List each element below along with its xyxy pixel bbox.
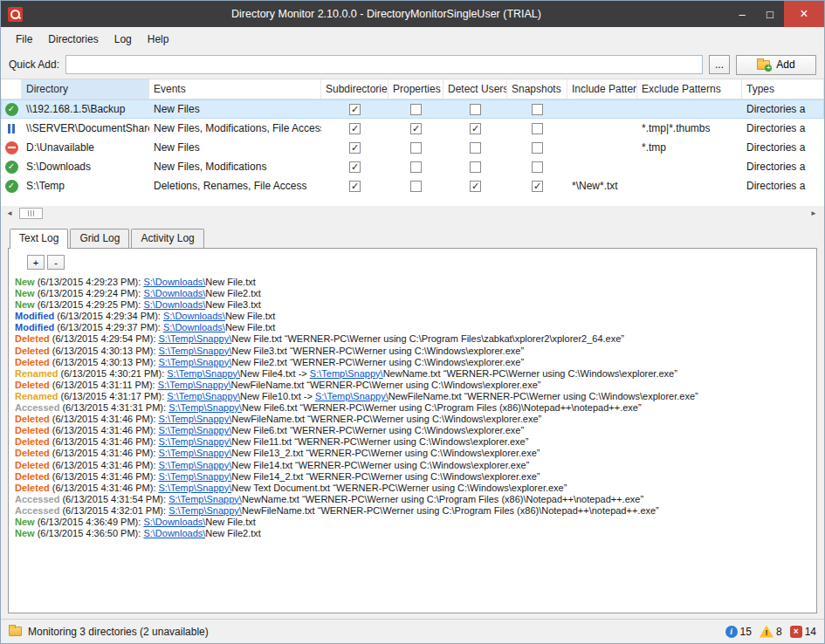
log-directory-link[interactable]: S:\Temp\Snappy\ [159, 448, 232, 458]
detect-users-checkbox[interactable]: ✓ [470, 181, 481, 192]
tab-activity-log[interactable]: Activity Log [131, 229, 203, 248]
log-directory-link[interactable]: S:\Temp\Snappy\ [168, 402, 242, 413]
detect-users-checkbox[interactable] [470, 161, 481, 173]
detect-users-checkbox[interactable] [470, 104, 481, 115]
properties-checkbox[interactable] [410, 142, 422, 154]
column-header-detect-users[interactable]: Detect Users [443, 79, 507, 99]
menu-bar: FileDirectoriesLogHelp [1, 27, 824, 51]
detect-users-checkbox[interactable]: ✓ [470, 123, 481, 134]
status-bar: Monitoring 3 directories (2 unavailable)… [1, 619, 824, 643]
column-header-subdirectories[interactable]: Subdirectories [321, 79, 388, 99]
log-directory-link[interactable]: S:\Downloads\ [163, 322, 225, 332]
browse-button[interactable]: ... [709, 55, 730, 74]
tab-text-log[interactable]: Text Log [10, 229, 68, 249]
close-button[interactable]: × [784, 1, 824, 27]
info-icon[interactable]: i [725, 626, 738, 638]
snapshots-checkbox[interactable] [532, 123, 543, 134]
snapshots-checkbox[interactable] [532, 161, 543, 173]
title-bar: Directory Monitor 2.10.0.0 - DirectoryMo… [1, 1, 824, 27]
log-directory-link[interactable]: S:\Downloads\ [143, 277, 205, 287]
log-directory-link[interactable]: S:\Temp\Snappy\ [159, 436, 232, 447]
font-increase-button[interactable]: + [27, 255, 45, 270]
log-directory-link[interactable]: S:\Temp\Snappy\ [159, 414, 232, 424]
subdirectories-checkbox[interactable]: ✓ [349, 181, 361, 192]
log-directory-link[interactable]: S:\Temp\Snappy\ [159, 346, 232, 356]
types-cell: Directories a [742, 180, 824, 192]
log-directory-link[interactable]: S:\Downloads\ [143, 528, 205, 538]
log-directory-link[interactable]: S:\Downloads\ [143, 288, 205, 298]
error-icon[interactable]: × [790, 626, 802, 638]
table-row[interactable]: \\SERVER\DocumentShareNew Files, Modific… [1, 119, 824, 138]
column-header-include-patterns[interactable]: Include Patterns [567, 79, 637, 99]
log-directory-link[interactable]: S:\Temp\Snappy\ [158, 380, 231, 390]
log-directory-link[interactable]: S:\Temp\Snappy\ [168, 494, 242, 504]
log-action-label: Deleted [15, 460, 50, 470]
log-directory-link[interactable]: S:\Temp\Snappy\ [159, 471, 232, 482]
properties-checkbox[interactable] [410, 161, 422, 173]
menu-item-log[interactable]: Log [107, 29, 140, 50]
column-header-snapshots[interactable]: Snapshots [507, 79, 567, 99]
warning-icon[interactable]: ! [760, 626, 773, 638]
horizontal-scrollbar[interactable]: ◄ ► [1, 206, 824, 221]
log-directory-link[interactable]: S:\Temp\Snappy\ [168, 505, 242, 516]
unavailable-status-icon [5, 141, 18, 154]
table-row[interactable]: ✓S:\TempDeletions, Renames, File Access✓… [1, 176, 824, 195]
quick-add-input[interactable] [65, 55, 703, 74]
log-directory-link[interactable]: S:\Downloads\ [143, 299, 205, 310]
table-row[interactable]: ✓\\192.168.1.5\BackupNew Files✓Directori… [1, 99, 824, 119]
tab-grid-log[interactable]: Grid Log [70, 229, 129, 248]
properties-checkbox[interactable] [410, 104, 422, 115]
table-row[interactable]: D:\UnavailableNew Files✓*.tmpDirectories… [1, 138, 824, 157]
column-header-types[interactable]: Types [742, 79, 824, 99]
menu-item-help[interactable]: Help [140, 29, 177, 50]
scroll-left-arrow-icon[interactable]: ◄ [3, 209, 17, 217]
log-entry: Accessed (6/13/2015 4:32:01 PM): S:\Temp… [15, 505, 810, 517]
font-decrease-button[interactable]: - [47, 255, 65, 270]
snapshots-checkbox[interactable] [532, 142, 543, 154]
column-header-status[interactable] [1, 79, 22, 99]
menu-item-file[interactable]: File [8, 29, 40, 50]
log-entry: Renamed (6/13/2015 4:31:17 PM): S:\Temp\… [15, 391, 810, 402]
exclude-patterns-cell: *.tmp [637, 141, 742, 154]
subdirectories-cell: ✓ [321, 161, 388, 173]
column-header-exclude-patterns[interactable]: Exclude Patterns [637, 79, 742, 99]
log-directory-link[interactable]: S:\Temp\Snappy\ [315, 391, 388, 401]
log-directory-link[interactable]: S:\Temp\Snappy\ [159, 460, 232, 470]
log-directory-link[interactable]: S:\Temp\Snappy\ [159, 357, 232, 367]
column-header-events[interactable]: Events [149, 79, 321, 99]
properties-checkbox[interactable]: ✓ [410, 123, 422, 134]
active-status-icon: ✓ [5, 103, 18, 116]
column-header-directory[interactable]: Directory [22, 79, 149, 99]
maximize-button[interactable]: □ [756, 1, 784, 27]
scroll-right-arrow-icon[interactable]: ► [807, 209, 821, 217]
log-directory-link[interactable]: S:\Temp\Snappy\ [159, 425, 232, 435]
table-row[interactable]: ✓S:\DownloadsNew Files, Modifications✓Di… [1, 157, 824, 176]
subdirectories-checkbox[interactable]: ✓ [349, 104, 361, 115]
log-directory-link[interactable]: S:\Temp\Snappy\ [167, 368, 240, 379]
events-cell: Deletions, Renames, File Access [149, 180, 321, 192]
status-cell [1, 141, 22, 154]
column-header-properties[interactable]: Properties [388, 79, 443, 99]
paused-status-icon [8, 124, 15, 134]
log-directory-link[interactable]: S:\Downloads\ [163, 311, 225, 321]
subdirectories-checkbox[interactable]: ✓ [349, 161, 361, 173]
log-directory-link[interactable]: S:\Temp\Snappy\ [159, 483, 232, 493]
snapshots-checkbox[interactable]: ✓ [532, 181, 543, 192]
detect-users-checkbox[interactable] [470, 142, 481, 154]
snapshots-checkbox[interactable] [532, 104, 543, 115]
log-directory-link[interactable]: S:\Temp\Snappy\ [159, 333, 232, 344]
log-entry: Modified (6/13/2015 4:29:37 PM): S:\Down… [15, 322, 810, 333]
log-entry: New (6/13/2015 4:29:24 PM): S:\Downloads… [15, 288, 810, 299]
log-directory-link[interactable]: S:\Downloads\ [143, 517, 205, 527]
menu-item-directories[interactable]: Directories [40, 29, 106, 50]
log-entry: New (6/13/2015 4:29:23 PM): S:\Downloads… [15, 277, 810, 288]
add-directory-button[interactable]: + Add [736, 55, 816, 75]
subdirectories-checkbox[interactable]: ✓ [349, 123, 361, 134]
minimize-button[interactable]: – [728, 1, 756, 27]
log-directory-link[interactable]: S:\Temp\Snappy\ [310, 368, 383, 379]
properties-checkbox[interactable] [410, 181, 422, 192]
events-cell: New Files [149, 141, 321, 154]
subdirectories-checkbox[interactable]: ✓ [349, 142, 361, 154]
scrollbar-thumb[interactable] [19, 208, 43, 219]
log-directory-link[interactable]: S:\Temp\Snappy\ [167, 391, 240, 401]
